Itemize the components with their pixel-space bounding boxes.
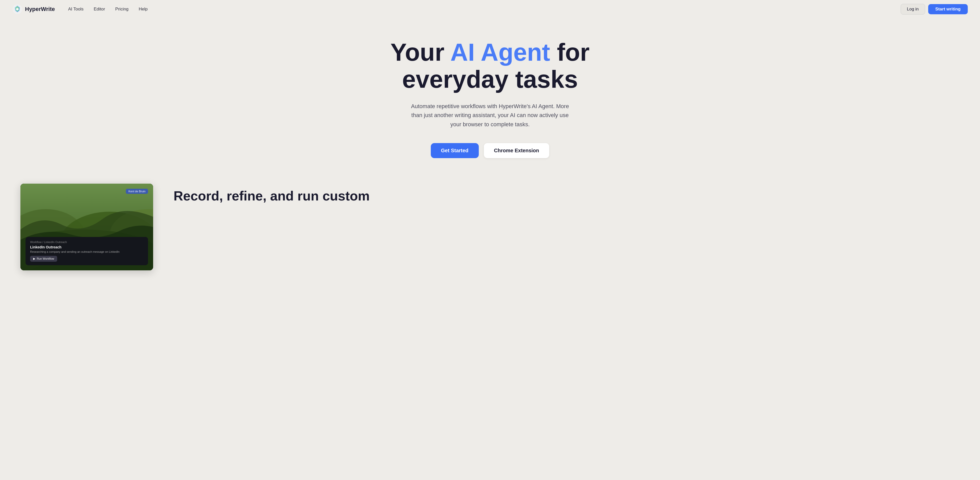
nav-help[interactable]: Help	[135, 5, 152, 14]
hero-subtitle: Automate repetitive workflows with Hyper…	[408, 102, 572, 129]
right-section-title: Record, refine, and run custom	[173, 189, 959, 203]
start-writing-button[interactable]: Start writing	[928, 4, 968, 14]
hero-title-part1: Your	[390, 38, 450, 66]
nav-editor[interactable]: Editor	[89, 5, 109, 14]
hero-section: Your AI Agent for everyday tasks Automat…	[0, 18, 980, 173]
chrome-extension-button[interactable]: Chrome Extension	[484, 143, 549, 158]
run-workflow-label: Run Workflow	[37, 257, 54, 260]
get-started-button[interactable]: Get Started	[431, 143, 479, 158]
navbar: HyperWrite AI Tools Editor Pricing Help …	[0, 0, 980, 18]
hero-buttons: Get Started Chrome Extension	[431, 143, 549, 158]
screenshot-overlay: Workflow / LinkedIn Outreach LinkedIn Ou…	[25, 237, 148, 265]
svg-point-1	[16, 8, 19, 11]
logo-text: HyperWrite	[25, 6, 55, 13]
screenshot-bg: Workflow / LinkedIn Outreach LinkedIn Ou…	[21, 184, 153, 270]
nav-ai-tools[interactable]: AI Tools	[64, 5, 88, 14]
login-button[interactable]: Log in	[900, 4, 925, 14]
below-hero-section: Workflow / LinkedIn Outreach LinkedIn Ou…	[0, 173, 980, 270]
hero-title: Your AI Agent for everyday tasks	[375, 39, 605, 93]
app-screenshot: Workflow / LinkedIn Outreach LinkedIn Ou…	[21, 184, 153, 270]
logo-icon	[12, 4, 22, 14]
logo[interactable]: HyperWrite	[12, 4, 55, 14]
nav-links: AI Tools Editor Pricing Help	[64, 5, 152, 14]
run-workflow-button[interactable]: ▶ Run Workflow	[30, 256, 57, 262]
navbar-right: Log in Start writing	[900, 4, 968, 14]
right-text-section: Record, refine, and run custom	[173, 184, 959, 203]
nav-pricing[interactable]: Pricing	[111, 5, 133, 14]
user-name-badge: Kent de Bruin	[126, 189, 148, 194]
screenshot-breadcrumb: Workflow / LinkedIn Outreach	[30, 241, 143, 244]
screenshot-title: LinkedIn Outreach	[30, 245, 143, 249]
play-icon: ▶	[33, 257, 35, 260]
navbar-left: HyperWrite AI Tools Editor Pricing Help	[12, 4, 152, 14]
hero-title-highlight: AI Agent	[450, 38, 550, 66]
screenshot-description: Researching a company and sending an out…	[30, 250, 143, 253]
